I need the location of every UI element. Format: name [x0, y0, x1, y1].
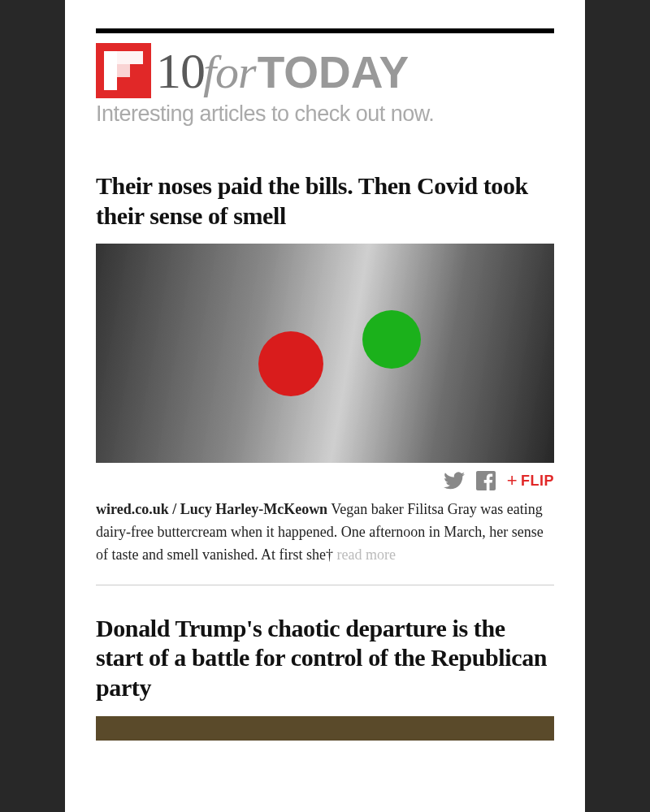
article-image[interactable]	[96, 244, 554, 463]
green-dot-graphic	[362, 310, 421, 369]
svg-rect-0	[104, 51, 117, 90]
article-source[interactable]: wired.co.uk / Lucy Harley-McKeown	[96, 501, 327, 517]
article-headline[interactable]: Their noses paid the bills. Then Covid t…	[96, 171, 554, 231]
article-card: Donald Trump's chaotic departure is the …	[96, 614, 554, 758]
flip-button[interactable]: + FLIP	[507, 472, 554, 490]
article-excerpt: wired.co.uk / Lucy Harley-McKeown Vegan …	[96, 499, 554, 567]
tagline: Interesting articles to check out now.	[96, 102, 554, 127]
brand-ten: 10	[156, 45, 205, 96]
plus-icon: +	[507, 472, 518, 490]
article-image[interactable]	[96, 716, 554, 741]
brand-header: 10 for TODAY	[96, 43, 554, 98]
svg-rect-2	[117, 64, 130, 77]
flip-label: FLIP	[521, 473, 554, 490]
brand-title: 10 for TODAY	[156, 45, 409, 96]
share-actions: + FLIP	[96, 471, 554, 490]
svg-rect-1	[117, 51, 143, 64]
twitter-icon[interactable]	[444, 472, 465, 490]
brand-today: TODAY	[258, 50, 409, 95]
article-headline[interactable]: Donald Trump's chaotic departure is the …	[96, 614, 554, 703]
header-divider	[96, 28, 554, 33]
article-card: Their noses paid the bills. Then Covid t…	[96, 171, 554, 585]
read-more-link[interactable]: read more	[336, 546, 395, 563]
red-dot-graphic	[258, 331, 323, 396]
brand-for: for	[203, 49, 256, 96]
facebook-icon[interactable]	[476, 471, 496, 490]
flipboard-logo-icon[interactable]	[96, 43, 151, 98]
